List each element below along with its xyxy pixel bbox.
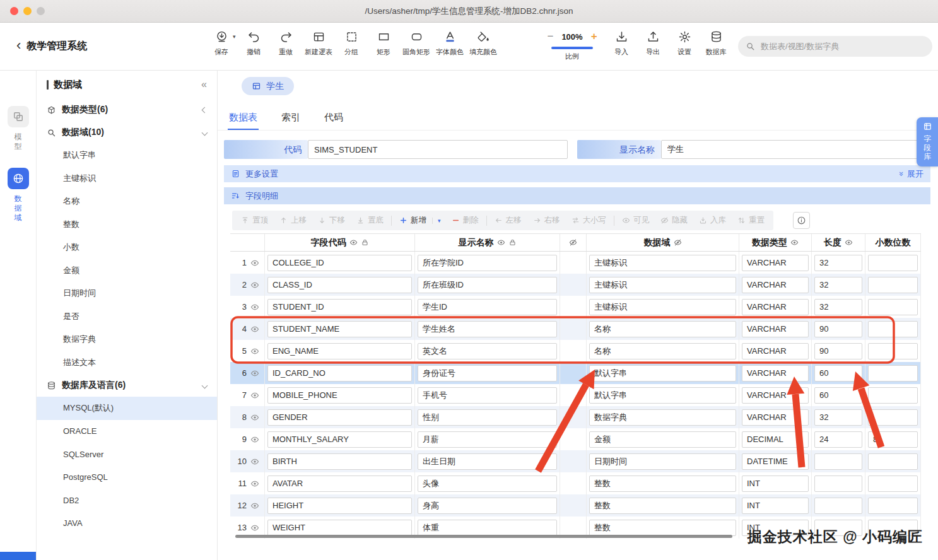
grid-button-reset[interactable]: 重置	[732, 215, 770, 226]
field-code-cell[interactable]: COLLEGE_ID	[267, 255, 412, 271]
sidebar-item-ORACLE[interactable]: ORACLE	[37, 420, 217, 443]
table-row-BIRTH[interactable]: 10BIRTH出生日期日期时间DATETIME	[230, 450, 921, 472]
data-domain-cell[interactable]: 主键标识	[589, 299, 736, 315]
field-code-cell[interactable]: CLASS_ID	[267, 277, 412, 293]
expand-button[interactable]: » 展开	[900, 168, 923, 180]
table-row-STUDENT_ID[interactable]: 3STUDENT_ID学生ID主键标识VARCHAR32	[230, 296, 921, 318]
sidebar-item-DB2[interactable]: DB2	[37, 489, 217, 512]
search-input[interactable]	[738, 36, 932, 57]
row-visible-eye-icon[interactable]	[250, 259, 259, 267]
field-code-cell[interactable]: HEIGHT	[267, 498, 412, 514]
length-cell[interactable]: 32	[814, 299, 862, 315]
data-type-cell[interactable]: INT	[742, 498, 809, 514]
table-row-ID_CARD_NO[interactable]: 6ID_CARD_NO身份证号默认字串VARCHAR60	[230, 362, 921, 384]
decimal-cell[interactable]	[868, 453, 918, 470]
sidebar-item-描述文本[interactable]: 描述文本	[37, 351, 217, 375]
row-visible-eye-icon[interactable]	[250, 413, 259, 422]
eye-icon[interactable]	[349, 238, 358, 247]
horizontal-scrollbar[interactable]	[235, 535, 732, 538]
display-name-cell[interactable]: 英文名	[418, 343, 557, 359]
minimize-button[interactable]	[23, 7, 32, 15]
row-visible-eye-icon[interactable]	[250, 369, 259, 378]
sidebar-item-金额[interactable]: 金额	[37, 259, 217, 283]
data-domain-cell[interactable]: 日期时间	[589, 453, 736, 470]
length-cell[interactable]: 32	[814, 409, 862, 426]
display-name-cell[interactable]: 出生日期	[418, 453, 557, 470]
table-row-MOBILE_PHONE[interactable]: 7MOBILE_PHONE手机号默认字串VARCHAR60	[230, 384, 921, 406]
display-name-cell[interactable]: 身高	[418, 498, 557, 514]
sidebar-item-日期时间[interactable]: 日期时间	[37, 282, 217, 305]
eye-off-icon[interactable]	[569, 238, 577, 247]
row-visible-eye-icon[interactable]	[250, 391, 259, 400]
zoom-in-button[interactable]: +	[591, 30, 597, 43]
toolbar-button-settings[interactable]: 设置	[671, 30, 698, 57]
length-cell[interactable]: 90	[814, 343, 862, 359]
field-code-cell[interactable]: WEIGHT	[267, 520, 412, 536]
data-domain-cell[interactable]: 默认字串	[589, 387, 736, 404]
length-cell[interactable]	[814, 498, 862, 514]
data-domain-cell[interactable]: 名称	[589, 321, 736, 337]
decimal-cell[interactable]	[868, 475, 918, 492]
grid-button-bottom[interactable]: 置底	[351, 215, 389, 226]
decimal-cell[interactable]	[868, 365, 918, 382]
data-type-cell[interactable]: VARCHAR	[742, 365, 809, 382]
row-visible-eye-icon[interactable]	[250, 325, 259, 334]
info-button[interactable]	[793, 212, 810, 229]
data-domain-cell[interactable]: 数据字典	[589, 409, 736, 426]
decimal-cell[interactable]	[868, 299, 918, 315]
lock-icon[interactable]	[508, 238, 517, 247]
display-name-cell[interactable]: 性别	[418, 409, 557, 426]
field-library-button[interactable]: 字段库	[917, 117, 938, 166]
data-domain-cell[interactable]: 主键标识	[589, 255, 736, 271]
data-type-cell[interactable]: DECIMAL	[742, 431, 809, 448]
table-row-CLASS_ID[interactable]: 2CLASS_ID所在班级ID主键标识VARCHAR32	[230, 274, 921, 296]
eye-icon[interactable]	[497, 238, 505, 247]
data-type-cell[interactable]: INT	[742, 475, 809, 492]
decimal-cell[interactable]	[868, 409, 918, 426]
row-visible-eye-icon[interactable]	[250, 523, 259, 532]
eye-icon[interactable]	[790, 238, 799, 247]
tab-index[interactable]: 索引	[280, 106, 302, 130]
row-visible-eye-icon[interactable]	[250, 501, 259, 510]
grid-button-down[interactable]: 下移	[312, 215, 351, 226]
data-type-cell[interactable]: VARCHAR	[742, 299, 809, 315]
data-type-cell[interactable]: VARCHAR	[742, 255, 809, 271]
lock-icon[interactable]	[361, 238, 369, 247]
table-row-COLLEGE_ID[interactable]: 1COLLEGE_ID所在学院ID主键标识VARCHAR32	[230, 252, 921, 274]
toolbar-button-fillcolor[interactable]: 填充颜色	[469, 30, 497, 57]
display-name-cell[interactable]: 头像	[418, 475, 557, 492]
display-name-cell[interactable]: 月薪	[418, 431, 557, 448]
field-code-cell[interactable]: MOBILE_PHONE	[267, 387, 412, 404]
code-input[interactable]	[308, 140, 568, 159]
row-visible-eye-icon[interactable]	[250, 435, 259, 444]
rail-item-model[interactable]: 模型	[0, 106, 36, 151]
length-cell[interactable]	[814, 453, 862, 470]
decimal-cell[interactable]	[868, 343, 918, 359]
decimal-cell[interactable]	[868, 498, 918, 514]
tab-code[interactable]: 代码	[323, 106, 344, 130]
data-domain-cell[interactable]: 整数	[589, 520, 736, 536]
field-code-cell[interactable]: MONTHLY_SALARY	[267, 431, 412, 448]
toolbar-button-fontcolor[interactable]: 字体颜色	[436, 30, 464, 57]
display-name-cell[interactable]: 体重	[418, 520, 557, 536]
data-domain-cell[interactable]: 金额	[589, 431, 736, 448]
data-type-cell[interactable]: VARCHAR	[742, 343, 809, 359]
table-row-MONTHLY_SALARY[interactable]: 9MONTHLY_SALARY月薪金额DECIMAL248	[230, 428, 921, 450]
data-domain-cell[interactable]: 整数	[589, 498, 736, 514]
length-cell[interactable]: 60	[814, 365, 862, 382]
grid-button-up[interactable]: 上移	[274, 215, 312, 226]
decimal-cell[interactable]: 8	[868, 431, 918, 448]
caret-down-icon[interactable]: ▾	[233, 33, 236, 40]
table-row-ENG_NAME[interactable]: 5ENG_NAME英文名名称VARCHAR90	[230, 340, 921, 362]
field-code-cell[interactable]: BIRTH	[267, 453, 412, 470]
sidebar-group-data-types[interactable]: 数据类型(6)	[37, 98, 217, 121]
sidebar-item-SQLServer[interactable]: SQLServer	[37, 443, 217, 466]
back-button[interactable]: ‹ 教学管理系统	[16, 23, 87, 70]
data-domain-cell[interactable]: 名称	[589, 343, 736, 359]
display-name-cell[interactable]: 所在学院ID	[418, 255, 557, 271]
table-row-HEIGHT[interactable]: 12HEIGHT身高整数INT	[230, 494, 921, 516]
data-domain-cell[interactable]: 主键标识	[589, 277, 736, 293]
display-name-cell[interactable]: 手机号	[418, 387, 557, 404]
field-code-cell[interactable]: STUDENT_ID	[267, 299, 412, 315]
table-row-STUDENT_NAME[interactable]: 4STUDENT_NAME学生姓名名称VARCHAR90	[230, 318, 921, 340]
